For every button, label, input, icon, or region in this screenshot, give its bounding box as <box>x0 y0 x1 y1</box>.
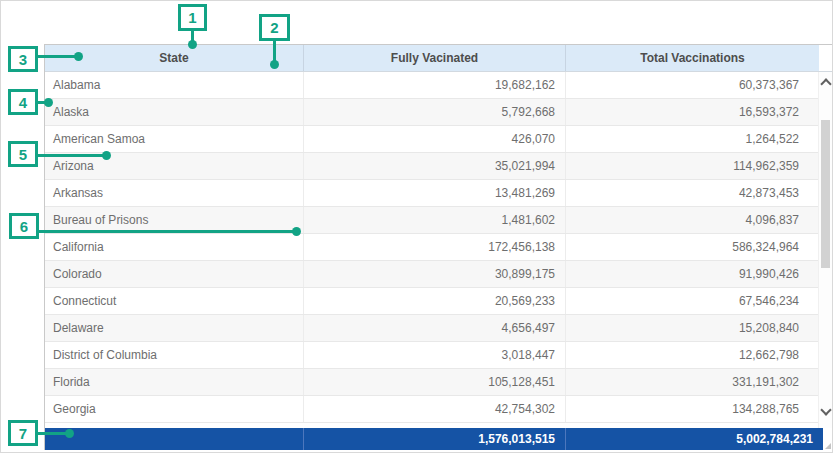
fully-vacinated-cell: 20,569,233 <box>304 288 566 314</box>
total-vaccinations-cell: 16,593,372 <box>566 99 809 125</box>
fully-vacinated-cell: 42,754,302 <box>304 396 566 422</box>
annotated-table-screenshot: State Fully Vacinated Total Vaccinations… <box>0 0 833 453</box>
fully-vacinated-cell: 172,456,138 <box>304 234 566 260</box>
total-vaccinations-cell: 60,373,367 <box>566 72 809 98</box>
callout-4-dot <box>44 98 53 107</box>
table-row[interactable]: Alaska 5,792,668 16,593,372 <box>45 99 818 126</box>
callout-2-dot <box>270 60 279 69</box>
total-vaccinations-cell: 15,208,840 <box>566 315 809 341</box>
callout-6-dot <box>292 227 301 236</box>
total-row: 1,576,013,515 5,002,784,231 <box>45 428 823 450</box>
table-row[interactable]: Georgia 42,754,302 134,288,765 <box>45 396 818 423</box>
scrollbar-thumb[interactable] <box>821 120 830 268</box>
fully-vacinated-cell: 19,682,162 <box>304 72 566 98</box>
table-row[interactable]: California 172,456,138 586,324,964 <box>45 234 818 261</box>
annotation-callout-4: 4 <box>8 89 38 115</box>
table-row[interactable]: District of Columbia 3,018,447 12,662,79… <box>45 342 818 369</box>
fully-vacinated-cell: 426,070 <box>304 126 566 152</box>
table-body: Alabama 19,682,162 60,373,367 Alaska 5,7… <box>45 72 818 428</box>
total-vaccinations-cell: 114,962,359 <box>566 153 809 179</box>
callout-1-dot <box>188 40 197 49</box>
total-vaccinations-cell: 12,662,798 <box>566 342 809 368</box>
table-row[interactable]: Delaware 4,656,497 15,208,840 <box>45 315 818 342</box>
callout-6-connector <box>39 230 296 233</box>
annotation-callout-3: 3 <box>8 46 38 72</box>
vertical-scrollbar[interactable] <box>818 72 832 428</box>
column-header-state[interactable]: State <box>45 45 304 71</box>
state-cell: District of Columbia <box>45 342 304 368</box>
table-row[interactable]: Connecticut 20,569,233 67,546,234 <box>45 288 818 315</box>
table-row[interactable]: Colorado 30,899,175 91,990,426 <box>45 261 818 288</box>
total-vaccinations-cell: 586,324,964 <box>566 234 809 260</box>
annotation-callout-6: 6 <box>9 213 39 239</box>
column-header-fully-vacinated[interactable]: Fully Vacinated <box>304 45 566 71</box>
fully-vacinated-cell: 105,128,451 <box>304 369 566 395</box>
callout-5-dot <box>102 151 111 160</box>
total-vaccinations-cell: 67,546,234 <box>566 288 809 314</box>
state-cell: Alaska <box>45 99 304 125</box>
state-cell: Georgia <box>45 396 304 422</box>
callout-3-dot <box>74 52 83 61</box>
total-vaccinations-cell: 331,191,302 <box>566 369 809 395</box>
callout-3-connector <box>38 55 79 58</box>
state-cell: Delaware <box>45 315 304 341</box>
state-cell: Colorado <box>45 261 304 287</box>
state-cell: Alabama <box>45 72 304 98</box>
table-row[interactable]: Arkansas 13,481,269 42,873,453 <box>45 180 818 207</box>
fully-vacinated-cell: 13,481,269 <box>304 180 566 206</box>
total-cell-state <box>45 428 304 450</box>
callout-7-dot <box>65 429 74 438</box>
table-body-area: Alabama 19,682,162 60,373,367 Alaska 5,7… <box>45 72 832 428</box>
total-vaccinations-cell: 91,990,426 <box>566 261 809 287</box>
total-cell-fully-vacinated: 1,576,013,515 <box>304 428 566 450</box>
chevron-down-icon[interactable] <box>820 404 831 415</box>
table-row[interactable]: American Samoa 426,070 1,264,522 <box>45 126 818 153</box>
total-vaccinations-cell: 1,264,522 <box>566 126 809 152</box>
resize-grip-corner <box>823 428 832 450</box>
annotation-callout-7: 7 <box>8 420 38 446</box>
callout-5-connector <box>38 154 106 157</box>
table-row[interactable]: Arizona 35,021,994 114,962,359 <box>45 153 818 180</box>
total-vaccinations-cell: 134,288,765 <box>566 396 809 422</box>
total-vaccinations-cell: 42,873,453 <box>566 180 809 206</box>
state-cell: American Samoa <box>45 126 304 152</box>
annotation-callout-1: 1 <box>178 4 207 31</box>
header-scrollbar-corner <box>819 45 832 71</box>
fully-vacinated-cell: 30,899,175 <box>304 261 566 287</box>
fully-vacinated-cell: 5,792,668 <box>304 99 566 125</box>
state-cell: Connecticut <box>45 288 304 314</box>
fully-vacinated-cell: 3,018,447 <box>304 342 566 368</box>
column-header-total-vaccinations[interactable]: Total Vaccinations <box>566 45 819 71</box>
state-cell: California <box>45 234 304 260</box>
resize-grip-icon <box>825 443 831 449</box>
fully-vacinated-cell: 4,656,497 <box>304 315 566 341</box>
state-cell: Florida <box>45 369 304 395</box>
fully-vacinated-cell: 35,021,994 <box>304 153 566 179</box>
total-vaccinations-cell: 4,096,837 <box>566 207 809 233</box>
fully-vacinated-cell: 1,481,602 <box>304 207 566 233</box>
annotation-callout-2: 2 <box>259 14 290 41</box>
table-row[interactable]: Alabama 19,682,162 60,373,367 <box>45 72 818 99</box>
table-row[interactable]: Florida 105,128,451 331,191,302 <box>45 369 818 396</box>
vaccination-table: State Fully Vacinated Total Vaccinations… <box>44 44 833 450</box>
chevron-up-icon[interactable] <box>820 78 831 89</box>
state-cell: Arkansas <box>45 180 304 206</box>
total-cell-total-vaccinations: 5,002,784,231 <box>566 428 823 450</box>
table-total-area: 1,576,013,515 5,002,784,231 <box>45 428 832 450</box>
table-header-row: State Fully Vacinated Total Vaccinations <box>45 45 832 72</box>
annotation-callout-5: 5 <box>8 141 38 167</box>
